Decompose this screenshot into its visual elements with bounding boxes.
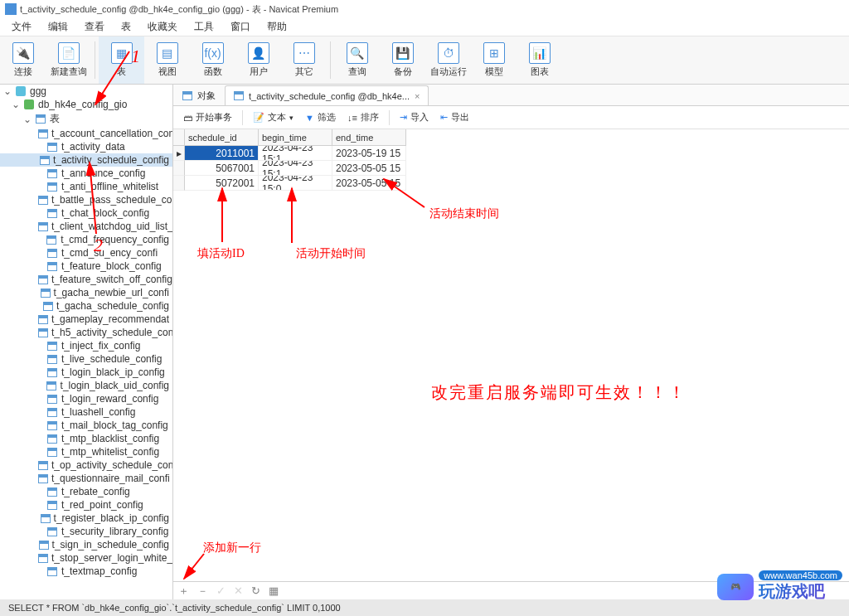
column-header[interactable]: end_time (332, 129, 406, 146)
ribbon-新建查询[interactable]: 📄新建查询 (46, 36, 91, 84)
bottombar-btn-2[interactable]: ✓ (216, 584, 226, 597)
menu-收藏夹[interactable]: 收藏夹 (148, 20, 177, 34)
watermark: 🎮 www.wan45b.com 玩游戏吧 (717, 570, 842, 603)
tree-node[interactable]: t_rebate_config (0, 485, 172, 498)
column-header[interactable]: schedule_id (185, 129, 259, 146)
ribbon-icon: ⋯ (294, 42, 315, 64)
filter-button[interactable]: ▼筛选 (300, 109, 341, 127)
tree-node[interactable]: t_sign_in_schedule_config (0, 538, 172, 551)
close-icon[interactable]: × (415, 91, 420, 101)
tree-node[interactable]: t_register_black_ip_config (0, 512, 172, 525)
tree-node[interactable]: t_questionnaire_mail_confi (0, 472, 172, 485)
ribbon-icon: 🔍 (347, 42, 368, 64)
ribbon-icon: 👤 (248, 42, 269, 64)
tree-node[interactable]: t_textmap_config (0, 565, 172, 578)
column-header[interactable]: begin_time (259, 129, 332, 146)
ribbon-表[interactable]: ▦表 (99, 36, 144, 84)
table-row[interactable]: 50670012023-04-23 15:12023-05-05 15 (173, 161, 849, 176)
ribbon-icon: 📄 (58, 42, 80, 64)
sort-button[interactable]: ↓≡排序 (342, 109, 384, 127)
table-row[interactable]: 50720012023-04-23 15:02023-05-05 15 (173, 176, 849, 191)
tree-node[interactable]: t_mtp_whitelist_config (0, 445, 172, 458)
ribbon-icon: 📊 (529, 42, 551, 64)
tree-node[interactable]: t_live_schedule_config (0, 352, 172, 366)
tree-node[interactable]: t_account_cancellation_con (0, 127, 172, 140)
tree-node[interactable]: t_luashell_config (0, 405, 172, 419)
menu-查看[interactable]: 查看 (85, 20, 104, 34)
ribbon-查询[interactable]: 🔍查询 (334, 36, 380, 84)
tree-node[interactable]: t_gacha_schedule_config (0, 299, 172, 313)
tree-node[interactable]: t_security_library_config (0, 525, 172, 538)
tree-node[interactable]: t_inject_fix_config (0, 339, 172, 352)
tree-node[interactable]: t_anti_offline_whitelist (0, 180, 172, 193)
tree-node[interactable]: t_login_reward_config (0, 392, 172, 405)
tree-node[interactable]: t_client_watchdog_uid_list_ (0, 220, 172, 233)
bottombar-btn-4[interactable]: ↻ (251, 584, 260, 597)
bottombar-btn-3[interactable]: ✕ (234, 584, 243, 597)
ribbon-icon: ▤ (157, 42, 178, 64)
menu-工具[interactable]: 工具 (194, 20, 214, 34)
tree-node[interactable]: t_h5_activity_schedule_conf (0, 326, 172, 339)
tbl-ico-icon (46, 207, 58, 219)
tbl-ico-icon (38, 221, 48, 232)
text-button[interactable]: 📝文本▾ (248, 109, 298, 127)
tree-node[interactable]: t_login_black_ip_config (0, 366, 172, 379)
sidebar[interactable]: ⌄ggg⌄db_hk4e_config_gio⌄表t_account_cance… (0, 85, 173, 599)
tree-node[interactable]: t_op_activity_schedule_con (0, 458, 172, 472)
ribbon-图表[interactable]: 📊图表 (517, 36, 562, 84)
tbl-ico-icon (38, 313, 48, 325)
tree-node[interactable]: t_red_point_config (0, 498, 172, 512)
tbl-ico-icon (46, 393, 58, 405)
ribbon-自动运行[interactable]: ⏱自动运行 (425, 36, 471, 84)
menu-帮助[interactable]: 帮助 (267, 20, 287, 34)
tree-node[interactable]: t_activity_data (0, 140, 172, 153)
tree-node[interactable]: t_activity_schedule_config (0, 153, 172, 167)
tab[interactable]: t_activity_schedule_config @db_hk4e...× (225, 85, 429, 105)
menubar: 文件编辑查看表收藏夹工具窗口帮助 (0, 18, 849, 36)
tbl-ico-icon (38, 327, 48, 338)
ribbon-连接[interactable]: 🔌连接 (0, 36, 46, 84)
tree-node[interactable]: t_battle_pass_schedule_con (0, 193, 172, 206)
bottombar-btn-1[interactable]: － (197, 584, 208, 599)
bottombar-btn-5[interactable]: ▦ (269, 584, 279, 597)
tree-node[interactable]: ⌄ggg (0, 85, 172, 98)
ribbon-icon: 🔌 (12, 42, 34, 64)
ribbon-模型[interactable]: ⊞模型 (471, 36, 517, 84)
menu-编辑[interactable]: 编辑 (48, 20, 68, 34)
begin-transaction-button[interactable]: 🗃开始事务 (178, 109, 237, 127)
ribbon-icon: ▦ (111, 42, 133, 64)
ribbon-备份[interactable]: 💾备份 (380, 36, 425, 84)
data-grid[interactable]: schedule_idbegin_timeend_time▸2011001202… (173, 129, 849, 196)
table-row[interactable]: ▸20110012023-04-23 15:12023-05-19 15 (173, 146, 849, 161)
export-button[interactable]: ⇤导出 (435, 109, 474, 127)
table-toolbar: 🗃开始事务 📝文本▾ ▼筛选 ↓≡排序 ⇥导入 ⇤导出 (173, 106, 849, 129)
tree-node[interactable]: t_feature_switch_off_config (0, 273, 172, 286)
tree-node[interactable]: ⌄表 (0, 111, 172, 127)
tree-node[interactable]: t_chat_block_config (0, 206, 172, 220)
tree-node[interactable]: t_login_black_uid_config (0, 379, 172, 392)
tree-node[interactable]: t_gameplay_recommendat (0, 313, 172, 326)
tbl-ico-icon (46, 486, 58, 497)
tree-node[interactable]: ⌄db_hk4e_config_gio (0, 98, 172, 111)
ribbon-用户[interactable]: 👤用户 (235, 36, 281, 84)
tree-node[interactable]: t_mtp_blacklist_config (0, 432, 172, 445)
menu-表[interactable]: 表 (121, 20, 131, 34)
tbl-ico-icon (46, 167, 58, 179)
import-button[interactable]: ⇥导入 (395, 109, 434, 127)
tab[interactable]: 对象 (173, 85, 225, 105)
bottombar-btn-0[interactable]: ＋ (178, 584, 189, 599)
tree-node[interactable]: t_gacha_newbie_url_confi (0, 286, 172, 299)
tree-node[interactable]: t_announce_config (0, 167, 172, 180)
ribbon-视图[interactable]: ▤视图 (144, 36, 190, 84)
tree-node[interactable]: t_cmd_su_ency_confi (0, 246, 172, 259)
tree-node[interactable]: t_feature_block_config (0, 259, 172, 273)
tree-node[interactable]: t_stop_server_login_white_ (0, 551, 172, 565)
ribbon-函数[interactable]: f(x)函数 (190, 36, 235, 84)
menu-窗口[interactable]: 窗口 (230, 20, 250, 34)
tree-node[interactable]: t_cmd_frequency_config (0, 233, 172, 246)
tbl-ico-icon (46, 141, 58, 153)
menu-文件[interactable]: 文件 (12, 20, 32, 34)
ribbon-其它[interactable]: ⋯其它 (281, 36, 327, 84)
tree-node[interactable]: t_mail_block_tag_config (0, 419, 172, 432)
tbl-ico-icon (46, 366, 58, 378)
